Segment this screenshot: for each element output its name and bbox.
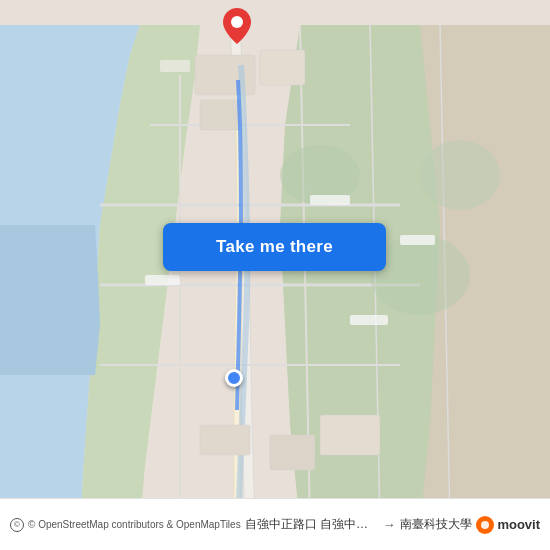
moovit-label: moovit (497, 517, 540, 532)
svg-rect-8 (145, 275, 180, 285)
moovit-logo: moovit (476, 516, 540, 534)
origin-pin (225, 369, 243, 387)
svg-rect-10 (350, 315, 388, 325)
moovit-icon (476, 516, 494, 534)
svg-rect-13 (270, 435, 315, 470)
map-container: Take me there © © OpenStreetMap contribu… (0, 0, 550, 550)
destination-pin (223, 8, 251, 48)
svg-rect-9 (310, 195, 350, 205)
bottom-bar: © © OpenStreetMap contributors & OpenMap… (0, 498, 550, 550)
map-background (0, 0, 550, 550)
arrow-icon: → (382, 517, 395, 532)
svg-rect-14 (320, 415, 380, 455)
svg-point-7 (420, 140, 500, 210)
svg-point-16 (481, 521, 489, 529)
svg-rect-1 (195, 55, 255, 95)
svg-rect-2 (260, 50, 305, 85)
svg-rect-3 (200, 100, 240, 130)
svg-point-15 (231, 16, 243, 28)
svg-rect-4 (160, 60, 190, 72)
copyright-text: © OpenStreetMap contributors & OpenMapTi… (28, 519, 241, 530)
copyright-icon: © (10, 518, 24, 532)
svg-rect-11 (400, 235, 435, 245)
origin-text: 自強中正路口 自強中正路口 (245, 516, 378, 533)
svg-rect-12 (200, 425, 250, 455)
take-me-there-button[interactable]: Take me there (163, 223, 386, 271)
destination-text: 南臺科技大學 (400, 516, 472, 533)
copyright-section: © © OpenStreetMap contributors & OpenMap… (10, 518, 241, 532)
